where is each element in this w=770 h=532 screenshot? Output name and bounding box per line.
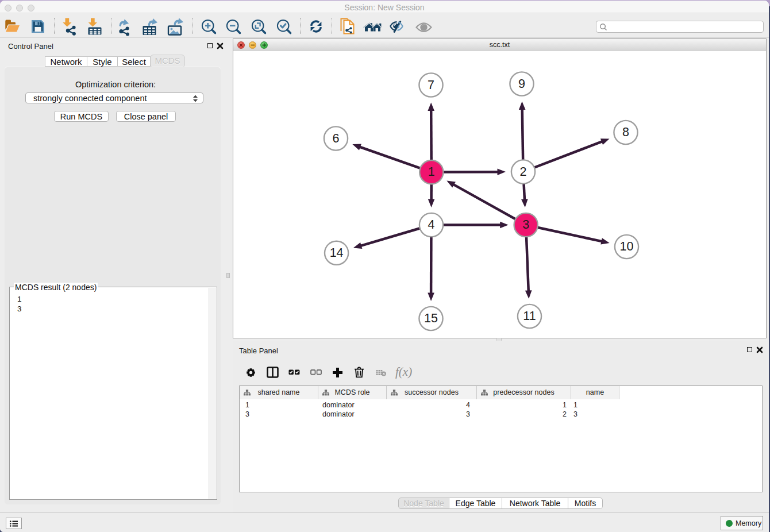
svg-text:14: 14: [330, 246, 344, 260]
svg-text:10: 10: [620, 240, 634, 253]
svg-text:4: 4: [428, 218, 435, 232]
svg-text:3: 3: [522, 218, 529, 232]
svg-text:2: 2: [520, 165, 527, 179]
svg-text:11: 11: [523, 309, 536, 323]
svg-text:15: 15: [424, 311, 438, 325]
svg-text:8: 8: [622, 125, 629, 139]
svg-text:9: 9: [518, 77, 525, 91]
svg-text:1: 1: [428, 165, 435, 179]
svg-text:6: 6: [333, 132, 340, 145]
svg-text:7: 7: [428, 78, 434, 92]
